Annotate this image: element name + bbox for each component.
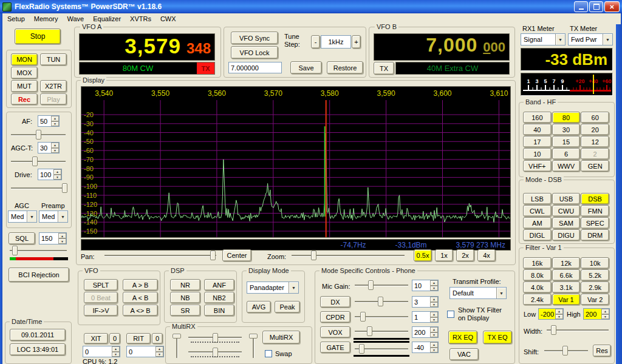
mon-button[interactable]: MON (11, 53, 38, 66)
preamp-dropdown[interactable]: Med (39, 211, 68, 223)
vfo-ab[interactable]: A < B (123, 292, 158, 303)
dsp-nb2[interactable]: NB2 (204, 292, 234, 303)
save-button[interactable]: Save (290, 61, 322, 74)
band-80[interactable]: 80 (552, 112, 581, 123)
vox-slider[interactable] (354, 326, 409, 337)
tun-button[interactable]: TUN (40, 53, 67, 66)
mode-fmn[interactable]: FMN (581, 205, 609, 217)
mode-drm[interactable]: DRM (581, 229, 609, 241)
panadapter-display[interactable]: 3,5403,5503,5603,5703,5803,5903,6003,610… (81, 86, 511, 238)
sql-button[interactable]: SQL (9, 232, 35, 244)
menu-xvtrs[interactable]: XVTRs (130, 15, 151, 22)
show-tx-filter-checkbox[interactable] (447, 311, 454, 318)
menu-memory[interactable]: Memory (34, 15, 58, 22)
transmit-profile-dropdown[interactable]: Default (449, 287, 507, 299)
tx-eq-button[interactable]: TX EQ (483, 331, 512, 344)
zoom-05x[interactable]: 0.5x (414, 249, 432, 261)
band-20[interactable]: 20 (581, 124, 609, 135)
step-minus-button[interactable]: - (311, 35, 320, 49)
vfo-lock-button[interactable]: VFO Lock (231, 46, 278, 59)
vfob-frequency-display[interactable]: 7,000 000 (374, 33, 510, 61)
vox-stepper[interactable]: 200 (412, 326, 439, 338)
sql-stepper[interactable]: 150 (39, 232, 67, 244)
tx-meter-dropdown[interactable]: Fwd Pwr (568, 33, 613, 46)
band-gen[interactable]: GEN (581, 160, 609, 172)
mode-sam[interactable]: SAM (552, 217, 581, 229)
filter-var1[interactable]: Var 1 (552, 294, 581, 305)
menu-cwx[interactable]: CWX (160, 15, 176, 22)
drive-slider[interactable] (10, 183, 67, 194)
xit-clear-button[interactable]: 0 (109, 333, 120, 344)
cpdr-button[interactable]: CPDR (320, 311, 350, 323)
dx-button[interactable]: DX (320, 296, 350, 308)
dsp-anf[interactable]: ANF (204, 279, 234, 291)
dx-stepper[interactable]: 3 (412, 296, 439, 308)
filter-80k[interactable]: 8.0k (523, 269, 552, 281)
cpdr-slider[interactable] (354, 311, 409, 322)
mic-gain-stepper[interactable]: 10 (412, 280, 439, 291)
vfo-sync-button[interactable]: VFO Sync (231, 32, 278, 44)
swap-checkbox[interactable] (265, 350, 272, 357)
filter-shift-slider[interactable] (543, 345, 589, 356)
mox-button[interactable]: MOX (11, 67, 38, 79)
vfo-splt[interactable]: SPLT (84, 279, 118, 291)
band-2[interactable]: 2 (581, 148, 609, 160)
multirx-button[interactable]: MultiRX (262, 331, 300, 344)
agct-stepper[interactable]: 30 (38, 142, 60, 153)
band-6[interactable]: 6 (552, 148, 581, 160)
vox-button[interactable]: VOX (320, 326, 350, 338)
agc-dropdown[interactable]: Med (8, 211, 37, 223)
rx-eq-button[interactable]: RX EQ (448, 331, 477, 344)
filter-width-slider[interactable] (545, 325, 610, 335)
af-slider[interactable] (10, 129, 67, 140)
zoom-1x[interactable]: 1x (435, 249, 453, 261)
filter-52k[interactable]: 5.2k (581, 269, 609, 281)
band-30[interactable]: 30 (552, 124, 581, 135)
rit-stepper[interactable]: 0 (126, 346, 164, 357)
step-plus-button[interactable]: + (352, 35, 361, 49)
af-stepper[interactable]: 50 (38, 115, 60, 127)
filter-29k[interactable]: 2.9k (581, 281, 609, 293)
mode-dsb[interactable]: DSB (581, 193, 609, 204)
dx-slider[interactable] (354, 296, 409, 307)
rit-button[interactable]: RIT (126, 333, 151, 344)
mut-button[interactable]: MUT (11, 80, 38, 92)
x2tr-button[interactable]: X2TR (40, 80, 67, 92)
sql-slider[interactable] (9, 245, 68, 256)
multirx-gain-vslider[interactable] (249, 332, 258, 359)
xit-stepper[interactable]: 0 (83, 346, 120, 357)
vfob-tx-button[interactable]: TX (374, 62, 394, 75)
zoom-slider[interactable] (290, 250, 406, 261)
play-button[interactable]: Play (40, 93, 67, 105)
mode-spec[interactable]: SPEC (581, 217, 609, 229)
vfoa-frequency-display[interactable]: 3,579 348 (79, 33, 215, 61)
filter-high-stepper[interactable]: 200 (583, 308, 610, 320)
band-40[interactable]: 40 (523, 124, 552, 135)
filter-40k[interactable]: 4.0k (523, 281, 552, 293)
xit-button[interactable]: XIT (84, 333, 108, 344)
band-10[interactable]: 10 (523, 148, 552, 160)
multirx-pan-slider[interactable] (187, 332, 243, 342)
cpdr-stepper[interactable]: 1 (412, 311, 439, 323)
menu-equalizer[interactable]: Equalizer (93, 15, 121, 22)
minimize-icon[interactable] (574, 1, 588, 12)
mode-digl[interactable]: DIGL (523, 229, 552, 241)
vfo-ab[interactable]: A <> B (123, 305, 158, 316)
filter-var2[interactable]: Var 2 (581, 294, 609, 305)
band-wwv[interactable]: WWV (552, 160, 581, 172)
filter-reset-button[interactable]: Res (593, 345, 611, 357)
center-button[interactable]: Center (222, 249, 251, 261)
avg-button[interactable]: AVG (247, 301, 271, 313)
filter-66k[interactable]: 6.6k (552, 269, 581, 281)
vfo-ab[interactable]: A > B (123, 279, 158, 291)
drive-stepper[interactable]: 100 (38, 169, 62, 180)
vfo-0beat[interactable]: 0 Beat (84, 292, 118, 303)
vac-button[interactable]: VAC (449, 348, 479, 360)
maximize-icon[interactable] (589, 1, 603, 12)
close-icon[interactable] (604, 1, 620, 12)
mic-gain-slider[interactable] (354, 280, 409, 291)
rit-clear-button[interactable]: 0 (152, 333, 163, 344)
mode-usb[interactable]: USB (552, 193, 581, 204)
filter-16k[interactable]: 16k (523, 257, 552, 269)
multirx-pan-vslider[interactable] (173, 332, 181, 359)
